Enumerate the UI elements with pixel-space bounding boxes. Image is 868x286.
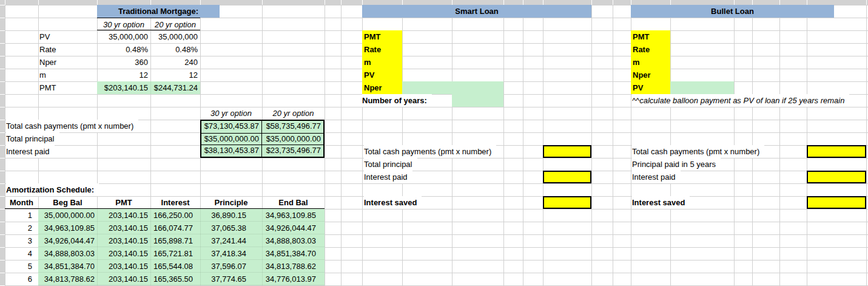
trad-param-value-30yr[interactable]: 0.48% — [97, 43, 150, 56]
smart-param-label[interactable]: Nper — [362, 81, 402, 94]
smart-summary-label[interactable]: Total cash payments (pmt x number) — [364, 145, 496, 158]
trad-param-value-20yr[interactable]: 240 — [150, 56, 200, 69]
bullet-param-label[interactable]: Nper — [631, 69, 670, 81]
amort-cell[interactable]: 37,065.38 — [200, 222, 262, 234]
bullet-total-cash-input-cell[interactable] — [807, 145, 866, 158]
amort-month-cell[interactable]: 6 — [5, 273, 38, 285]
smart-interest-saved-label[interactable]: Interest saved — [364, 196, 422, 209]
amort-cell[interactable]: 165,898.71 — [150, 234, 200, 247]
amort-month-cell[interactable]: 3 — [5, 234, 38, 247]
bullet-summary-label[interactable]: Interest paid — [632, 171, 681, 183]
amort-cell[interactable]: 165,365.50 — [150, 273, 200, 285]
amort-cell[interactable]: 203,140.15 — [97, 260, 150, 273]
trad-param-label[interactable]: Rate — [39, 43, 94, 56]
bullet-interest-paid-input-cell[interactable] — [807, 171, 866, 183]
smart-param-label[interactable]: PV — [362, 69, 402, 81]
amort-cell[interactable]: 36,890.15 — [200, 209, 262, 222]
bullet-param-label[interactable]: PV — [631, 81, 670, 94]
trad-param-label[interactable]: PMT — [39, 81, 94, 94]
amort-header-cell[interactable]: Month — [5, 196, 38, 209]
trad-param-value-30yr[interactable]: 360 — [97, 56, 150, 69]
bullet-interest-saved-input-cell[interactable] — [807, 196, 866, 209]
amort-header-cell[interactable]: PMT — [97, 196, 150, 209]
amort-month-cell[interactable]: 1 — [5, 209, 38, 222]
smart-param-label[interactable]: PMT — [362, 30, 402, 43]
smart-param-label[interactable]: m — [362, 56, 402, 69]
amort-cell[interactable]: 34,776,013.97 — [262, 273, 325, 285]
bullet-interest-saved-label[interactable]: Interest saved — [632, 196, 690, 209]
amort-cell[interactable]: 203,140.15 — [97, 234, 150, 247]
amort-cell[interactable]: 34,851,384.70 — [262, 247, 325, 260]
traditional-mortgage-header[interactable]: Traditional Mortgage: — [97, 5, 220, 18]
bullet-loan-header[interactable]: Bullet Loan — [631, 5, 834, 18]
amort-cell[interactable]: 203,140.15 — [97, 273, 150, 285]
amort-cell[interactable]: 37,241.44 — [200, 234, 262, 247]
trad-param-value-30yr[interactable]: 12 — [97, 69, 150, 81]
trad-pmt-value-30yr[interactable]: $203,140.15 — [97, 81, 150, 94]
totals-value-30yr[interactable]: $38,130,453.87 — [201, 145, 261, 157]
amort-cell[interactable]: 203,140.15 — [97, 209, 150, 222]
bullet-param-label[interactable]: m — [631, 56, 670, 69]
bullet-param-label[interactable]: PMT — [631, 30, 670, 43]
amort-cell[interactable]: 37,774.65 — [200, 273, 262, 285]
totals-value-30yr[interactable]: $35,000,000.00 — [201, 133, 261, 145]
trad-param-label[interactable]: PV — [39, 30, 94, 43]
trad-param-value-30yr[interactable]: 35,000,000 — [97, 30, 150, 43]
amort-cell[interactable]: 34,888,803.03 — [262, 234, 325, 247]
smart-param-label[interactable]: Rate — [362, 43, 402, 56]
totals-option-header-20yr[interactable]: 20 yr option — [262, 107, 325, 120]
trad-param-value-20yr[interactable]: 12 — [150, 69, 200, 81]
amort-cell[interactable]: 34,926,044.47 — [38, 234, 97, 247]
amort-header-cell[interactable]: Principle — [200, 196, 262, 209]
amort-header-cell[interactable]: Interest — [150, 196, 200, 209]
bullet-summary-label[interactable]: Total cash payments (pmt x number) — [632, 145, 764, 158]
trad-param-value-20yr[interactable]: 35,000,000 — [150, 30, 200, 43]
amort-month-cell[interactable]: 5 — [5, 260, 38, 273]
smart-loan-header[interactable]: Smart Loan — [362, 5, 591, 18]
smart-total-cash-input-cell[interactable] — [543, 145, 591, 158]
amort-title[interactable]: Amortization Schedule: — [6, 183, 99, 196]
totals-row-label[interactable]: Total principal — [6, 132, 59, 145]
trad-param-value-20yr[interactable]: 0.48% — [150, 43, 200, 56]
smart-years-label[interactable]: Number of years: — [362, 94, 432, 107]
amort-header-cell[interactable]: Beg Bal — [38, 196, 97, 209]
amort-cell[interactable]: 165,544.08 — [150, 260, 200, 273]
smart-nper-input-cell[interactable] — [402, 81, 503, 94]
smart-interest-saved-input-cell[interactable] — [543, 196, 591, 209]
trad-option-header-20yr[interactable]: 20 yr option — [150, 18, 200, 30]
amort-cell[interactable]: 37,596.07 — [200, 260, 262, 273]
smart-years-input-cell[interactable] — [452, 94, 503, 107]
amort-cell[interactable]: 35,000,000.00 — [38, 209, 97, 222]
trad-param-label[interactable]: m — [39, 69, 94, 81]
smart-interest-paid-input-cell[interactable] — [543, 171, 591, 183]
smart-summary-label[interactable]: Total principal — [364, 158, 417, 171]
amort-cell[interactable]: 203,140.15 — [97, 247, 150, 260]
amort-cell[interactable]: 34,813,788.62 — [262, 260, 325, 273]
amort-cell[interactable]: 34,813,788.62 — [38, 273, 97, 285]
bullet-pv-input-cell[interactable] — [670, 81, 734, 94]
trad-param-label[interactable]: Nper — [39, 56, 94, 69]
totals-value-20yr[interactable]: $35,000,000.00 — [261, 133, 323, 145]
amort-month-cell[interactable]: 2 — [5, 222, 38, 234]
totals-value-20yr[interactable]: $23,735,496.77 — [261, 145, 323, 157]
amort-cell[interactable]: 34,926,044.47 — [262, 222, 325, 234]
bullet-param-label[interactable]: Rate — [631, 43, 670, 56]
totals-row-label[interactable]: Interest paid — [6, 145, 55, 158]
amort-cell[interactable]: 34,963,109.85 — [38, 222, 97, 234]
amort-cell[interactable]: 166,074.77 — [150, 222, 200, 234]
trad-pmt-value-20yr[interactable]: $244,731.24 — [150, 81, 200, 94]
amort-cell[interactable]: 34,888,803.03 — [38, 247, 97, 260]
amort-cell[interactable]: 37,418.34 — [200, 247, 262, 260]
totals-option-header-30yr[interactable]: 30 yr option — [200, 107, 262, 120]
amort-month-cell[interactable]: 4 — [5, 247, 38, 260]
totals-value-20yr[interactable]: $58,735,496.77 — [261, 121, 323, 133]
amort-cell[interactable]: 203,140.15 — [97, 222, 150, 234]
amort-cell[interactable]: 166,250.00 — [150, 209, 200, 222]
bullet-summary-label[interactable]: Principal paid in 5 years — [632, 158, 721, 171]
amort-header-cell[interactable]: End Bal — [262, 196, 325, 209]
amort-cell[interactable]: 165,721.81 — [150, 247, 200, 260]
amort-cell[interactable]: 34,851,384.70 — [38, 260, 97, 273]
smart-summary-label[interactable]: Interest paid — [364, 171, 412, 183]
amort-cell[interactable]: 34,963,109.85 — [262, 209, 325, 222]
totals-value-30yr[interactable]: $73,130,453.87 — [201, 121, 261, 133]
